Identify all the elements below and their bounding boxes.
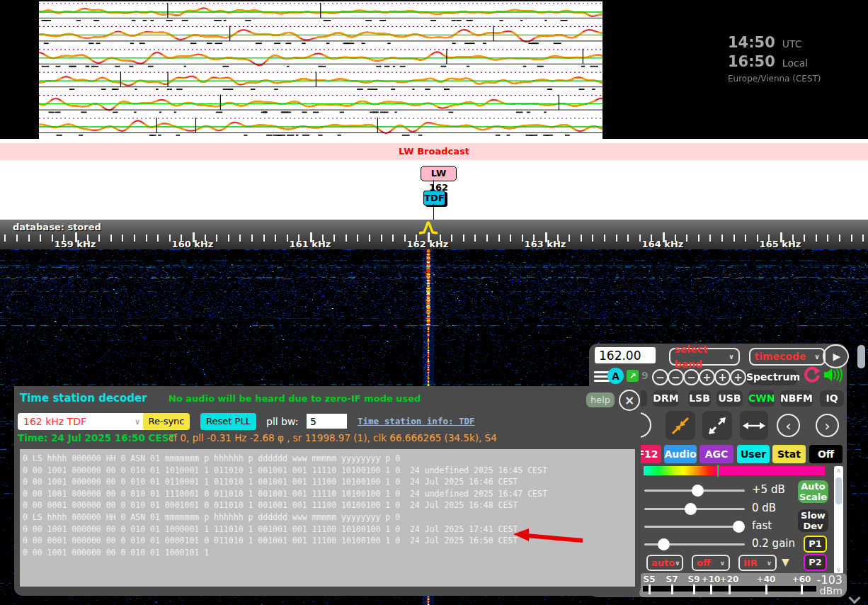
smeter-p20: +20 [720, 575, 739, 584]
zoom-to-span-button[interactable] [666, 411, 695, 440]
panel-scrollbar[interactable]: ∧ ∨ [834, 466, 843, 574]
freq-tick [275, 234, 276, 242]
wf-auto-label: auto [651, 558, 675, 568]
audio-gain-slider[interactable] [644, 538, 745, 550]
mode-button-usb[interactable]: USB [716, 390, 743, 407]
mode-button-cwn[interactable]: CWN [748, 390, 775, 407]
zoom-to-band-button[interactable]: ↗ [627, 370, 639, 382]
speaker-icon[interactable] [823, 367, 843, 383]
freq-tick [216, 234, 217, 242]
zoom-in-button[interactable]: + [699, 369, 715, 385]
frequency-input[interactable] [595, 347, 656, 363]
utc-clock-row: 14:50 UTC [728, 34, 821, 53]
slider-thumb[interactable] [733, 521, 745, 533]
tuning-marker-icon[interactable] [418, 220, 438, 236]
station-tag-tdf[interactable]: TDF [423, 191, 445, 205]
zoom-in-mid-button[interactable]: + [714, 369, 731, 385]
band-select[interactable]: select band ∨ [669, 348, 740, 366]
slider-thumb[interactable] [658, 538, 670, 550]
freq-tick [569, 234, 570, 242]
wf-rate-slider[interactable] [644, 520, 745, 533]
station-select[interactable]: 162 kHz TDF ∨ [18, 413, 146, 430]
horizontal-arrows-icon [742, 420, 766, 431]
tab-audio[interactable]: Audio [664, 445, 697, 463]
tab-off[interactable]: Off [809, 445, 843, 463]
restart-icon[interactable] [803, 366, 821, 385]
slow-dev-button[interactable]: Slow Dev [798, 509, 828, 532]
tab-agc[interactable]: AGC [699, 445, 733, 463]
freq-tick [757, 234, 758, 242]
zoom-out-max-button[interactable]: − [652, 369, 668, 385]
freq-tick [604, 234, 605, 242]
preset-2-button[interactable]: P2 [804, 554, 827, 571]
passband-width-button[interactable] [740, 411, 768, 440]
time-station-info-link[interactable]: Time station info: TDF [358, 416, 475, 426]
wf-max-slider[interactable] [644, 484, 745, 497]
freq-tick [346, 234, 347, 242]
step-down-button[interactable]: ‹ [777, 414, 800, 437]
reset-pll-button[interactable]: Reset PLL [200, 413, 256, 430]
tab-user[interactable]: User [737, 445, 770, 463]
chevron-down-icon: ∨ [675, 560, 680, 567]
wf-auto-dropdown[interactable]: auto ∨ [646, 555, 683, 571]
waterfall-colormap-bar[interactable] [644, 466, 825, 475]
close-button[interactable]: × [619, 390, 640, 411]
slider-thumb[interactable] [692, 485, 704, 497]
mode-button-drm[interactable]: DRM [653, 390, 679, 407]
wf-off-dropdown[interactable]: off ∨ [692, 555, 730, 571]
local-clock-row: 16:50 Local [728, 53, 821, 72]
panel-scrollbar-thumb[interactable] [835, 477, 842, 504]
slow-dev-line1: Slow [798, 510, 828, 521]
zoom-out-button[interactable]: − [683, 369, 699, 385]
auto-aperture-badge[interactable]: A [607, 368, 624, 384]
resync-button[interactable]: Re-sync [143, 413, 190, 430]
slider-thumb[interactable] [685, 503, 697, 515]
wf-max-label: +5 dB [752, 483, 785, 496]
preset-1-button[interactable]: P1 [804, 536, 827, 553]
tab-stat[interactable]: Stat [772, 445, 806, 463]
clock: 14:50 UTC 16:50 Local Europe/Vienna (CES… [728, 34, 821, 84]
zoom-in-max-button[interactable]: + [730, 369, 746, 385]
connector-line-bottom [433, 204, 434, 220]
pll-bw-label: pll bw: [266, 416, 298, 427]
band-tag-lw162[interactable]: LW 162 [421, 166, 457, 181]
freq-tick [110, 234, 112, 242]
play-button[interactable]: ▶ [823, 344, 849, 368]
freq-tick [404, 234, 406, 242]
freq-tick [98, 234, 100, 242]
zoom-out-mid-button[interactable]: − [668, 369, 684, 385]
help-button[interactable]: help [586, 392, 615, 407]
wf-min-slider[interactable] [644, 502, 745, 515]
freq-tick [698, 234, 699, 242]
scroll-down-icon[interactable]: ∨ [834, 566, 843, 573]
freq-tick [862, 234, 864, 242]
wf-off-label: off [697, 558, 710, 568]
freq-tick [239, 234, 241, 242]
freq-label-160: 160 kHz [172, 239, 214, 249]
freq-label-159: 159 kHz [55, 239, 96, 249]
page-scrollbar-thumb[interactable] [857, 345, 865, 368]
more-options-triangle[interactable]: ▼ [782, 556, 789, 567]
freq-tick [228, 234, 229, 242]
extension-select[interactable]: timecode ∨ [749, 348, 826, 366]
freq-tick [122, 234, 123, 242]
decoder-notice: No audio will be heard due to zero-IF mo… [169, 393, 421, 404]
smeter-tick [710, 584, 712, 594]
band-map-area: LW 162 TDF [0, 160, 868, 220]
zoom-full-span-button[interactable] [702, 411, 732, 440]
step-up-button[interactable]: › [816, 414, 839, 437]
plus-icon: + [702, 371, 712, 384]
spectrum-button[interactable]: Spectrum [746, 369, 798, 385]
mode-button-lsb[interactable]: LSB [688, 390, 711, 407]
filter-iir-label: IIR [743, 558, 758, 568]
mode-button-nbfm[interactable]: NBFM [780, 390, 813, 407]
chevron-down-icon: ∨ [767, 560, 772, 567]
smeter-tick [801, 584, 803, 594]
scroll-up-icon[interactable]: ∧ [834, 467, 843, 474]
pll-bw-input[interactable] [307, 414, 347, 429]
auto-scale-button[interactable]: Auto Scale [798, 480, 828, 503]
filter-iir-dropdown[interactable]: IIR ∨ [738, 555, 777, 571]
freq-tick [392, 234, 394, 242]
chevron-down-icon: ∨ [814, 349, 820, 364]
mode-button-iq[interactable]: IQ [820, 390, 844, 407]
